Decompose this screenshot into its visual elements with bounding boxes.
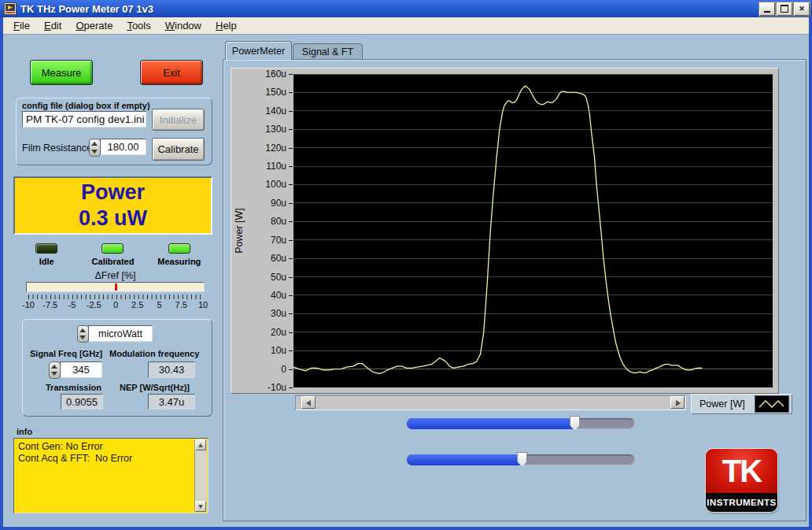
menu-item-edit[interactable]: Edit (37, 20, 68, 32)
exit-button[interactable]: Exit (140, 60, 203, 85)
nep-value: 3.47u (148, 394, 195, 410)
led-lamp-measuring (168, 243, 190, 254)
tk-logo-top: TK (706, 449, 777, 493)
signal-freq-spinner[interactable] (49, 361, 61, 379)
plot-legend-label: Power [W] (699, 398, 755, 410)
transmission-value: 0.9055 (61, 394, 103, 410)
y-tick-label: 150u (265, 87, 286, 98)
y-tick-label: 100u (265, 179, 286, 190)
led-idle: Idle (13, 243, 79, 266)
y-tick-mark (289, 350, 293, 351)
menu-item-tools[interactable]: Tools (120, 20, 157, 32)
initialize-button[interactable]: Initialize (152, 109, 205, 131)
y-tick-label: 30u (271, 308, 286, 319)
menu-item-file[interactable]: File (6, 20, 37, 32)
led-row: IdleCalibratedMeasuring (13, 243, 212, 266)
y-tick-label: 10u (271, 345, 286, 356)
power-display-value: 0.3 uW (15, 206, 211, 232)
y-tick-mark (289, 258, 293, 259)
y-tick-label: 0 (281, 364, 286, 375)
plot-legend-swatch[interactable] (755, 395, 789, 413)
y-tick-mark (289, 92, 293, 93)
y-tick-mark (289, 203, 293, 204)
fref-tick-label: 5 (157, 300, 161, 309)
y-tick-label: 20u (271, 327, 286, 338)
y-tick-label: 140u (265, 106, 286, 117)
info-box: Cont Gen: No ErrorCont Acq & FFT: No Err… (13, 438, 209, 513)
tk-logo-instruments: INSTRUMENTS (707, 498, 777, 507)
time-const-slider[interactable] (407, 418, 635, 429)
info-line: Cont Acq & FFT: No Error (18, 453, 192, 465)
fref-tick-label: -10 (22, 300, 35, 309)
y-tick-label: 50u (271, 272, 286, 283)
y-tick-mark (289, 129, 293, 130)
menu-item-window[interactable]: Window (158, 20, 209, 32)
minimize-button[interactable] (759, 2, 775, 16)
offset-slider[interactable] (407, 454, 635, 465)
scroll-left-button[interactable] (301, 396, 316, 409)
mod-freq-label: Modulation frequency (109, 349, 199, 358)
tab-signal-ft[interactable]: Signal & FT (293, 43, 363, 60)
menu-item-help[interactable]: Help (209, 20, 244, 32)
time-const-fill (407, 418, 574, 429)
info-scrollbar[interactable] (194, 439, 207, 512)
y-tick-mark (289, 148, 293, 149)
calibrate-button[interactable]: Calibrate (152, 138, 205, 161)
fref-tick-label: 2.5 (131, 300, 143, 309)
fref-tick-label: 7.5 (175, 300, 187, 309)
fref-tick-label: -2.5 (87, 300, 102, 309)
mod-freq-value: 30.43 (148, 361, 195, 378)
y-tick-label: 110u (266, 161, 286, 172)
y-tick-label: 70u (271, 235, 286, 246)
power-display-title: Power (15, 180, 211, 206)
window-title: TK THz Power Meter 07 1v3 (20, 3, 759, 15)
y-tick-label: 120u (265, 143, 286, 154)
tk-instruments-logo: TK INSTRUMENTS (706, 449, 777, 512)
fref-tick-labels: -10-7.5-5-2.502.557.510 (28, 300, 203, 310)
fref-label: ΔFref [%] (26, 270, 205, 281)
scroll-right-button[interactable] (670, 396, 685, 409)
led-lamp-calibrated (102, 243, 124, 254)
close-button[interactable]: ✕ (794, 2, 810, 16)
menu-item-operate[interactable]: Operate (68, 20, 120, 32)
y-tick-mark (289, 166, 293, 167)
tab-powermeter[interactable]: PowerMeter (225, 41, 292, 60)
maximize-button[interactable] (777, 2, 792, 16)
power-plot (293, 74, 773, 387)
led-measuring: Measuring (146, 243, 212, 266)
window-controls: ✕ (759, 2, 810, 16)
measure-button[interactable]: Measure (30, 60, 93, 85)
y-tick-mark (289, 240, 293, 241)
tk-logo-band: INSTRUMENTS (706, 493, 777, 512)
menubar: FileEditOperateToolsWindowHelp (3, 17, 809, 35)
fref-tick-label: 10 (198, 300, 208, 309)
led-label-calibrated: Calibrated (79, 257, 146, 266)
scroll-down-button[interactable] (195, 501, 206, 512)
y-tick-mark (289, 313, 293, 314)
info-label: info (17, 427, 32, 436)
plot-legend[interactable]: Power [W] (691, 394, 792, 414)
fref-indicator (26, 282, 205, 292)
y-tick-mark (289, 387, 293, 388)
film-resistance-spinner[interactable] (89, 139, 101, 157)
film-resistance-value[interactable]: 180.00 (100, 139, 146, 155)
led-label-idle: Idle (13, 257, 79, 266)
unit-select[interactable]: microWatt (88, 325, 153, 342)
y-tick-label: 80u (271, 216, 286, 227)
scroll-up-button[interactable] (195, 439, 206, 450)
y-tick-mark (289, 74, 293, 75)
y-tick-label: 130u (265, 124, 286, 135)
config-file-label: config file (dialog box if empty) (22, 101, 150, 110)
signal-freq-value[interactable]: 345 (60, 361, 102, 378)
film-resistance-label: Film Resistance (22, 143, 92, 154)
fref-tick-label: -5 (68, 300, 76, 309)
config-file-input[interactable]: PM TK-07 config dev1.ini (22, 111, 146, 128)
offset-fill (407, 454, 522, 465)
graph-y-ticks: 160u150u140u130u120u110u100u90u80u70u60u… (231, 68, 293, 394)
graph-scrollbar[interactable] (295, 395, 686, 410)
signal-freq-label: Signal Freq [GHz] (30, 349, 102, 358)
unit-spinner[interactable] (77, 325, 89, 343)
power-display: Power 0.3 uW (13, 176, 212, 235)
y-tick-mark (289, 295, 293, 296)
led-calibrated: Calibrated (79, 243, 146, 266)
